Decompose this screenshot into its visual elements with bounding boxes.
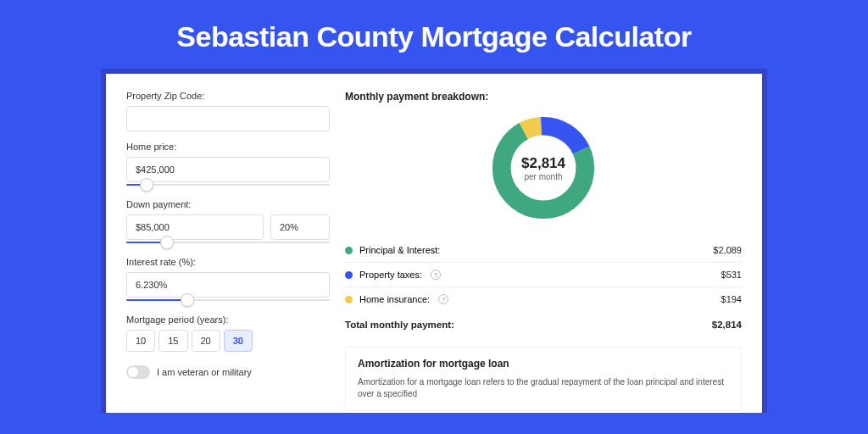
down-slider[interactable] (126, 238, 330, 247)
price-slider[interactable] (126, 181, 330, 189)
slider-thumb[interactable] (160, 236, 174, 249)
line-item-taxes: Property taxes:?$531 (345, 263, 742, 287)
total-label: Total monthly payment: (345, 320, 454, 330)
zip-field-group: Property Zip Code: (126, 91, 330, 131)
down-percent-input[interactable] (270, 214, 330, 240)
down-label: Down payment: (126, 199, 330, 209)
donut-amount: $2,814 (521, 155, 565, 172)
amortization-card: Amortization for mortgage loan Amortizat… (345, 347, 742, 411)
line-item-insurance: Home insurance:?$194 (345, 287, 742, 311)
info-icon[interactable]: ? (438, 294, 448, 304)
rate-slider[interactable] (126, 296, 330, 304)
down-amount-input[interactable] (126, 214, 264, 240)
line-item-principal: Principal & Interest:$2,089 (345, 238, 742, 263)
page-title: Sebastian County Mortgage Calculator (0, 0, 868, 69)
line-label: Property taxes: (359, 270, 422, 280)
line-value: $194 (721, 294, 742, 304)
period-button-20[interactable]: 20 (192, 330, 220, 352)
donut-center: $2,814 per month (488, 113, 598, 223)
period-button-10[interactable]: 10 (126, 330, 155, 352)
info-icon[interactable]: ? (431, 270, 441, 280)
slider-fill (126, 299, 187, 301)
period-label: Mortgage period (years): (126, 314, 330, 325)
line-items: Principal & Interest:$2,089Property taxe… (345, 238, 742, 311)
zip-input[interactable] (126, 106, 330, 131)
breakdown-panel: Monthly payment breakdown: $2,814 per mo… (345, 91, 742, 413)
legend-dot-icon (345, 271, 353, 279)
period-button-15[interactable]: 15 (159, 330, 187, 352)
down-field-group: Down payment: (126, 199, 330, 247)
donut-chart: $2,814 per month (488, 113, 598, 223)
price-field-group: Home price: (126, 142, 330, 189)
total-row: Total monthly payment: $2,814 (345, 311, 742, 342)
amortization-text: Amortization for a mortgage loan refers … (358, 376, 729, 400)
slider-track (126, 184, 330, 186)
line-label: Home insurance: (359, 294, 430, 304)
veteran-label: I am veteran or military (157, 367, 252, 377)
line-value: $531 (721, 270, 742, 280)
veteran-toggle[interactable] (126, 365, 150, 379)
total-value: $2,814 (712, 320, 742, 330)
price-input[interactable] (126, 157, 330, 182)
slider-thumb[interactable] (140, 178, 153, 192)
amortization-title: Amortization for mortgage loan (358, 358, 729, 370)
line-label: Principal & Interest: (359, 245, 440, 255)
zip-label: Property Zip Code: (126, 91, 330, 101)
breakdown-title: Monthly payment breakdown: (345, 91, 742, 103)
donut-per-month: per month (524, 172, 562, 181)
slider-thumb[interactable] (181, 293, 194, 307)
donut-chart-wrap: $2,814 per month (345, 113, 742, 223)
period-button-30[interactable]: 30 (224, 330, 253, 352)
rate-field-group: Interest rate (%): (126, 257, 330, 304)
legend-dot-icon (345, 247, 353, 254)
inputs-panel: Property Zip Code: Home price: Down paym… (126, 91, 330, 413)
legend-dot-icon (345, 296, 353, 303)
line-left: Home insurance:? (345, 294, 448, 304)
calculator-card: Property Zip Code: Home price: Down paym… (106, 74, 762, 413)
line-value: $2,089 (713, 245, 742, 255)
toggle-knob (128, 367, 138, 377)
rate-label: Interest rate (%): (126, 257, 330, 267)
app-frame: Property Zip Code: Home price: Down paym… (101, 69, 767, 413)
period-options: 10152030 (126, 330, 330, 352)
line-left: Property taxes:? (345, 270, 441, 280)
line-left: Principal & Interest: (345, 245, 440, 255)
period-field-group: Mortgage period (years): 10152030 (126, 314, 330, 352)
price-label: Home price: (126, 142, 330, 152)
veteran-row: I am veteran or military (126, 365, 330, 379)
rate-input[interactable] (126, 272, 330, 298)
